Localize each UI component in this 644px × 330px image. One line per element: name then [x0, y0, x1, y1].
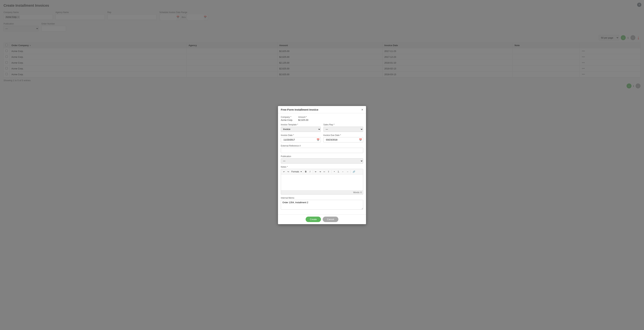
notes-editor: ↩ ↪ Formats ▼ B I ⇤ ⇥ ⇦: [281, 169, 363, 194]
toolbar-divider-1: [303, 170, 303, 173]
company-info-group: Company * Acme Corp.: [281, 116, 293, 121]
internal-memo-row: Internal Memo Order 1354, Installment 2: [281, 197, 363, 210]
modal-publication-group: Publication —: [281, 155, 363, 164]
invoice-due-date-input[interactable]: [325, 137, 359, 142]
modal-close-button[interactable]: ×: [361, 108, 363, 111]
indent-less-btn[interactable]: ←: [341, 170, 345, 174]
modal-publication-select[interactable]: —: [281, 158, 363, 164]
formats-dropdown[interactable]: Formats ▼: [290, 170, 302, 173]
modal-header: Free-Form Installment Invoice ×: [278, 106, 366, 113]
undo-btn[interactable]: ↩: [282, 170, 286, 174]
modal-footer: Create Cancel: [278, 214, 366, 224]
modal-overlay: Free-Form Installment Invoice × Company …: [0, 0, 644, 330]
link-btn[interactable]: 🔗: [352, 170, 356, 174]
external-ref-row: External Reference #: [281, 144, 363, 153]
invoice-date-wrapper[interactable]: 📅: [281, 137, 321, 142]
template-rep-row: Invoice Template * Invoice Sales Rep * —: [281, 124, 363, 132]
align-justify-btn[interactable]: ⇧: [326, 170, 330, 174]
align-center-btn[interactable]: ⇥: [318, 170, 322, 174]
cancel-button[interactable]: Cancel: [323, 216, 338, 222]
invoice-due-date-group: Invoice Due Date * 📅: [324, 134, 363, 142]
dates-row: Invoice Date * 📅 Invoice Due Date * 📅: [281, 134, 363, 142]
toolbar-divider-2: [313, 170, 313, 173]
formats-label[interactable]: Formats: [290, 170, 300, 173]
amount-value: $2,625.00: [298, 119, 308, 121]
external-ref-label: External Reference #: [281, 144, 363, 147]
company-value: Acme Corp.: [281, 119, 293, 121]
redo-btn[interactable]: ↪: [286, 170, 290, 174]
invoice-due-date-wrapper[interactable]: 📅: [324, 137, 363, 142]
formats-caret: ▼: [300, 171, 302, 172]
editor-footer: Words: 0: [281, 190, 363, 194]
toolbar-divider-4: [350, 170, 351, 173]
internal-memo-label: Internal Memo: [281, 197, 363, 199]
notes-label: Notes *: [281, 166, 363, 168]
italic-btn[interactable]: I: [308, 170, 312, 174]
words-count: Words: 0: [353, 191, 362, 194]
create-button[interactable]: Create: [306, 216, 321, 222]
external-ref-input[interactable]: [281, 148, 363, 153]
modal-title: Free-Form Installment Invoice: [281, 108, 318, 111]
ul-btn[interactable]: •: [332, 170, 336, 174]
align-left-btn[interactable]: ⇤: [314, 170, 318, 174]
amount-info-group: Amount * $2,625.00: [298, 116, 308, 121]
invoice-date-input[interactable]: [282, 137, 316, 142]
modal-publication-label: Publication: [281, 155, 363, 158]
internal-memo-group: Internal Memo Order 1354, Installment 2: [281, 197, 363, 210]
invoice-template-group: Invoice Template * Invoice: [281, 124, 321, 132]
notes-content[interactable]: [281, 174, 363, 190]
sales-rep-label: Sales Rep *: [324, 124, 363, 126]
invoice-template-select[interactable]: Invoice: [281, 126, 321, 132]
toolbar-divider-3: [331, 170, 332, 173]
editor-toolbar: ↩ ↪ Formats ▼ B I ⇤ ⇥ ⇦: [281, 169, 363, 174]
invoice-date-label: Invoice Date *: [281, 134, 321, 136]
sales-rep-group: Sales Rep * —: [324, 124, 363, 132]
indent-more-btn[interactable]: →: [346, 170, 350, 174]
invoice-date-calendar-icon[interactable]: 📅: [316, 138, 320, 141]
invoice-due-date-label: Invoice Due Date *: [324, 134, 363, 136]
invoice-due-date-calendar-icon[interactable]: 📅: [359, 138, 362, 141]
modal: Free-Form Installment Invoice × Company …: [278, 106, 366, 224]
notes-group: Notes * ↩ ↪ Formats ▼ B I: [281, 166, 363, 194]
invoice-date-group: Invoice Date * 📅: [281, 134, 321, 142]
align-right-btn[interactable]: ⇦: [322, 170, 326, 174]
external-ref-group: External Reference #: [281, 144, 363, 153]
internal-memo-textarea[interactable]: Order 1354, Installment 2: [281, 200, 363, 210]
company-label: Company *: [281, 116, 293, 118]
invoice-template-label: Invoice Template *: [281, 124, 321, 126]
ol-btn[interactable]: 1.: [336, 170, 340, 174]
modal-info-row: Company * Acme Corp. Amount * $2,625.00: [281, 116, 363, 121]
publication-row: Publication —: [281, 155, 363, 164]
modal-body: Company * Acme Corp. Amount * $2,625.00 …: [278, 113, 366, 214]
amount-label: Amount *: [298, 116, 308, 118]
notes-row: Notes * ↩ ↪ Formats ▼ B I: [281, 166, 363, 194]
bold-btn[interactable]: B: [304, 170, 308, 174]
sales-rep-select[interactable]: —: [324, 126, 363, 132]
